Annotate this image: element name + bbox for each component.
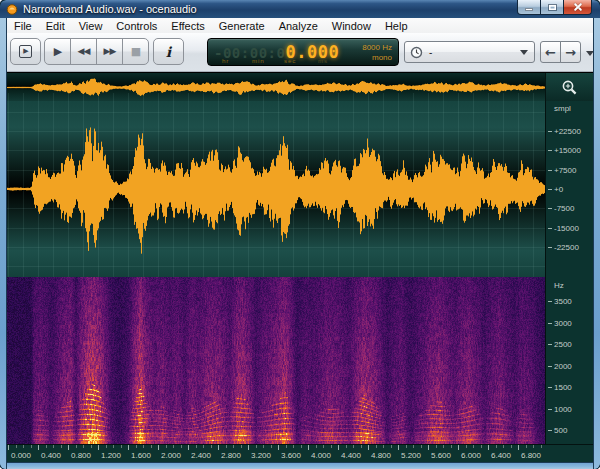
scale-tick	[548, 131, 552, 132]
overview-strip[interactable]	[7, 73, 545, 101]
app-window: Narrowband Audio.wav - ocenaudio FileEdi…	[0, 0, 600, 469]
amplitude-scale[interactable]: smpl+22500+15000+7500+0-7500-15000-22500	[545, 101, 593, 277]
info-button[interactable]: i	[153, 38, 184, 65]
time-major-tick	[458, 445, 459, 450]
arrow-left-icon: ←	[545, 45, 556, 60]
play-in-window-button[interactable]: ▶	[10, 38, 41, 65]
minimize-button[interactable]	[517, 0, 541, 15]
menu-effects[interactable]: Effects	[164, 19, 211, 33]
time-minor-tick	[106, 445, 107, 448]
time-ruler[interactable]: 0.0000.4000.8001.2001.6002.0002.4002.800…	[7, 444, 593, 463]
time-major-tick	[368, 445, 369, 450]
frequency-tick-label: 1500	[554, 383, 572, 392]
sample-rate-label: 8000 Hz	[362, 43, 392, 53]
time-minor-tick	[391, 445, 392, 448]
unit-min-label: min	[252, 58, 264, 65]
menu-window[interactable]: Window	[325, 19, 378, 33]
scale-tick	[548, 387, 552, 388]
combobox-arrow-icon	[520, 50, 528, 55]
amplitude-tick-label: +22500	[554, 127, 581, 136]
menu-file[interactable]: File	[7, 19, 39, 33]
time-minor-tick	[16, 445, 17, 448]
menu-view[interactable]: View	[72, 19, 110, 33]
time-minor-tick	[526, 445, 527, 448]
time-minor-tick	[406, 445, 407, 448]
amplitude-tick-label: +7500	[554, 165, 576, 174]
time-major-tick	[158, 445, 159, 450]
fast-forward-icon: ▶▶	[104, 47, 116, 56]
transport-group: ▶ ◀◀ ▶▶ ■	[44, 38, 149, 65]
rewind-button[interactable]: ◀◀	[70, 38, 97, 65]
time-minor-tick	[346, 445, 347, 448]
unit-ms-label: ms	[318, 58, 328, 65]
scale-tick	[548, 344, 552, 345]
scale-tick	[548, 430, 552, 431]
time-tick-label: 3.200	[251, 451, 271, 460]
time-minor-tick	[376, 445, 377, 448]
play-button[interactable]: ▶	[44, 38, 71, 65]
amplitude-tick-label: +15000	[554, 146, 581, 155]
time-minor-tick	[481, 445, 482, 448]
menu-generate[interactable]: Generate	[212, 19, 272, 33]
info-icon: i	[166, 44, 171, 60]
time-minor-tick	[383, 445, 384, 448]
time-minor-tick	[151, 445, 152, 448]
spectrogram-view[interactable]	[7, 277, 545, 444]
time-tick-label: 6.400	[491, 451, 511, 460]
time-tick-label: 3.600	[281, 451, 301, 460]
time-tick-label: 6.000	[461, 451, 481, 460]
time-minor-tick	[511, 445, 512, 448]
amplitude-tick-label: -22500	[554, 242, 579, 251]
scale-tick	[548, 150, 552, 151]
play-icon: ▶	[54, 46, 61, 57]
menu-edit[interactable]: Edit	[39, 19, 72, 33]
time-minor-tick	[61, 445, 62, 448]
scale-tick	[548, 170, 552, 171]
time-minor-tick	[263, 445, 264, 448]
waveform-canvas[interactable]	[7, 101, 545, 277]
time-minor-tick	[473, 445, 474, 448]
amplitude-tick-label: -7500	[554, 204, 574, 213]
time-minor-tick	[211, 445, 212, 448]
time-tick-label: 2.000	[161, 451, 181, 460]
time-tick-label: 2.400	[191, 451, 211, 460]
menu-analyze[interactable]: Analyze	[272, 19, 325, 33]
navigation-group: ← →	[540, 41, 581, 63]
fast-forward-button[interactable]: ▶▶	[96, 38, 123, 65]
time-display[interactable]: -00:00:00.000 hr min sec ms 8000 Hz mono	[207, 38, 399, 66]
stop-icon: ■	[131, 46, 140, 57]
time-tick-label: 5.600	[431, 451, 451, 460]
nav-back-button[interactable]: ←	[540, 41, 561, 63]
menu-controls[interactable]: Controls	[109, 19, 164, 33]
frequency-unit-label: Hz	[554, 281, 564, 290]
amplitude-tick-label: +0	[554, 185, 563, 194]
time-minor-tick	[451, 445, 452, 448]
title-bar[interactable]: Narrowband Audio.wav - ocenaudio	[0, 0, 600, 18]
time-tick-label: 4.400	[341, 451, 361, 460]
window-border-left	[0, 18, 7, 469]
time-format-combobox[interactable]: -	[404, 41, 535, 63]
time-minor-tick	[533, 445, 534, 448]
time-minor-tick	[136, 445, 137, 448]
close-button[interactable]	[564, 0, 592, 15]
time-minor-tick	[293, 445, 294, 448]
scale-tick	[548, 409, 552, 410]
window-border-right	[593, 18, 600, 469]
scale-tick	[548, 247, 552, 248]
scale-tick	[548, 301, 552, 302]
toolbar: ▶ ▶ ◀◀ ▶▶ ■ i -00:00:00.000 hr min sec m…	[7, 33, 593, 72]
maximize-button[interactable]	[541, 0, 564, 15]
time-minor-tick	[121, 445, 122, 448]
waveform-view[interactable]	[7, 101, 545, 277]
spectrogram-canvas[interactable]	[7, 277, 545, 444]
frequency-scale[interactable]: Hz350030002500200015001000500	[545, 277, 593, 444]
zoom-button[interactable]	[545, 73, 593, 101]
nav-forward-button[interactable]: →	[560, 41, 581, 63]
scale-tick	[548, 228, 552, 229]
menu-help[interactable]: Help	[378, 19, 415, 33]
time-minor-tick	[331, 445, 332, 448]
time-tick-label: 2.800	[221, 451, 241, 460]
stop-button[interactable]: ■	[122, 38, 149, 65]
overview-waveform-canvas[interactable]	[7, 73, 545, 101]
scale-tick	[548, 208, 552, 209]
